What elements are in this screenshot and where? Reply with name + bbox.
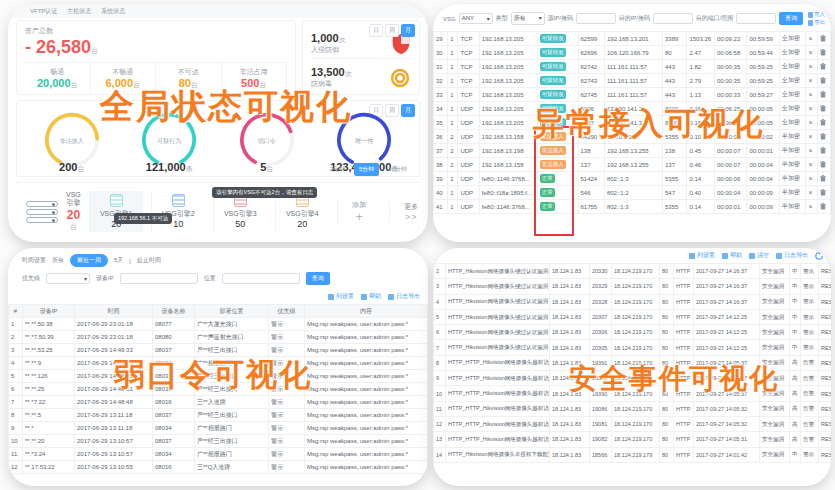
search-button[interactable]: 查询 (306, 272, 330, 285)
trash-icon[interactable] (820, 133, 826, 140)
interval-button[interactable]: 2分钟 (325, 163, 350, 176)
source-ip: 18.124.1.83 (550, 279, 590, 294)
row-number: 11 (9, 448, 23, 461)
close-icon[interactable]: × (808, 189, 812, 196)
close-icon[interactable]: × (808, 161, 812, 168)
close-icon[interactable]: × (808, 63, 812, 70)
trash-icon[interactable] (820, 161, 826, 168)
dest-port: 80 (660, 401, 674, 416)
time-week-option[interactable]: 最近一周 (70, 254, 108, 267)
close-icon[interactable]: × (808, 175, 812, 182)
traffic: 1503.26 (687, 32, 714, 46)
dest-port: 3389 (662, 32, 686, 46)
interval-button[interactable]: 5分钟 (354, 163, 379, 176)
trash-icon[interactable] (820, 175, 826, 182)
protocol: TCP (458, 88, 479, 102)
src-ip-input[interactable] (576, 13, 616, 24)
trash-icon[interactable] (820, 35, 826, 42)
tool-button[interactable]: 帮助 (361, 292, 381, 301)
response: RESET (819, 355, 832, 370)
trash-icon[interactable] (820, 203, 826, 210)
row-number: 12 (434, 416, 446, 431)
row-number: 7 (434, 340, 446, 355)
row-number: 40 (434, 186, 448, 200)
close-icon[interactable]: × (808, 35, 812, 42)
engine-cell[interactable]: VSG引擎2 10 (151, 191, 205, 232)
nav-item[interactable]: 系统状态 (101, 7, 125, 16)
time-range-option[interactable]: 起止时间 (137, 256, 161, 265)
export-button[interactable]: 导出 (808, 19, 825, 26)
column-header: 设备名称 (153, 305, 195, 318)
dst-port-input[interactable] (736, 13, 776, 24)
idle-time: 00:59:44 (747, 46, 780, 60)
period-tab[interactable]: 日 (369, 24, 383, 37)
nav-item[interactable]: VFTP认证 (30, 7, 57, 16)
source-port: 61755 (578, 200, 604, 214)
period-tab[interactable]: 周 (385, 24, 399, 37)
top-nav: VFTP认证主机状态系统状态 (8, 4, 428, 18)
engine-cell[interactable]: VSG引擎1 20 (89, 191, 143, 232)
source-port: 546 (578, 186, 604, 200)
encryption: 全加密 (780, 116, 806, 130)
trash-icon[interactable] (820, 119, 826, 126)
trash-icon[interactable] (820, 77, 826, 84)
tool-button[interactable]: 列设置 (689, 251, 715, 260)
content: Msg:rsp weakpass, user:admin pass:* (305, 357, 428, 370)
dst-port-label: 目的端口/范围 (696, 14, 734, 23)
priority: 警示 (269, 422, 305, 435)
close-icon[interactable]: × (808, 203, 812, 210)
priority-select[interactable]: ▾ (46, 273, 90, 284)
response: RESET (819, 447, 832, 462)
time-days-option[interactable]: 5天 (114, 256, 123, 265)
tool-button[interactable]: 清空 (749, 251, 769, 260)
vsg-id: 1 (448, 60, 458, 74)
event-time: 2017-09-27 14:05:32 (694, 401, 760, 416)
tool-icon (749, 253, 755, 259)
close-icon[interactable]: × (808, 91, 812, 98)
source-ip: 192.168.13.205 (479, 74, 537, 88)
close-icon[interactable]: × (808, 105, 812, 112)
vsg-id: 1 (448, 74, 458, 88)
import-button[interactable]: 导入 (808, 11, 825, 18)
close-icon[interactable]: × (808, 147, 812, 154)
row-number: 36 (434, 130, 448, 144)
trash-icon[interactable] (820, 147, 826, 154)
tool-button[interactable]: 帮助 (722, 251, 742, 260)
add-engine-button[interactable]: 添加 + (337, 200, 381, 224)
vsg-select[interactable]: ANY▾ (459, 13, 493, 24)
trash-icon[interactable] (820, 105, 826, 112)
event-type: 安全漏洞 (760, 294, 790, 309)
tool-button[interactable]: 列设置 (328, 292, 354, 301)
tool-button[interactable]: 日志导出 (776, 251, 808, 260)
refresh-icon[interactable] (815, 252, 823, 260)
search-button[interactable]: 查询 (779, 12, 803, 25)
trash-icon[interactable] (820, 63, 826, 70)
close-icon[interactable]: × (808, 49, 812, 56)
device-ip-input[interactable] (120, 273, 198, 284)
type-select[interactable]: 所有▾ (511, 12, 545, 25)
device-ip: **.**.20 (23, 435, 75, 448)
close-icon[interactable]: × (808, 119, 812, 126)
priority: 警示 (269, 461, 305, 474)
time-all-option[interactable]: 所有 (52, 256, 64, 265)
column-header: 内容 (305, 305, 428, 318)
trash-icon[interactable] (820, 91, 826, 98)
close-icon[interactable]: × (808, 133, 812, 140)
protocol: HTTP (674, 401, 694, 416)
location-input[interactable] (222, 273, 300, 284)
engine-warning-tooltip: 该引擎内有VSG不可达2台，请查看日志 (212, 187, 317, 198)
trash-icon[interactable] (820, 49, 826, 56)
interval-button[interactable]: 10分钟 (383, 163, 412, 176)
response: RESET (819, 264, 832, 279)
nav-item[interactable]: 主机状态 (67, 7, 91, 16)
dest-ip: 18.124.219.179 (612, 447, 660, 462)
close-icon[interactable]: × (808, 77, 812, 84)
device-name: 08016 (153, 461, 195, 474)
encryption: 半加密 (780, 200, 806, 214)
dst-ip-input[interactable] (653, 13, 693, 24)
priority: 警示 (269, 396, 305, 409)
more-button[interactable]: 更多 >> (389, 202, 428, 222)
tool-button[interactable]: 日志导出 (388, 292, 420, 301)
trash-icon[interactable] (820, 189, 826, 196)
period-tab[interactable]: 月 (401, 24, 415, 37)
